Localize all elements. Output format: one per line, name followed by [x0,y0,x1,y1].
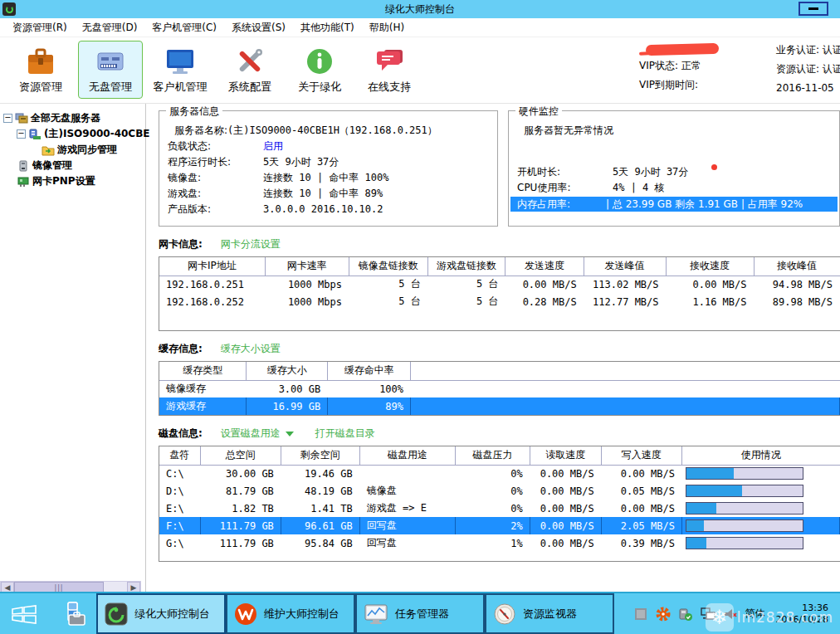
table-row[interactable]: 192.168.0.2521000 Mbps5 台5 台0.28 MB/S112… [159,293,840,310]
table-cell: 112.77 MB/S [584,293,666,310]
tree-item-image-manage[interactable]: 镜像管理 [3,158,144,173]
server-node-icon [28,129,42,140]
usage-bar [681,482,839,500]
table-cell: 111.79 GB [200,534,281,552]
column-header[interactable]: 接收峰值 [754,257,840,276]
minimize-button[interactable] [798,2,828,16]
menu-item-other[interactable]: 其他功能(T) [293,18,362,37]
table-row[interactable]: F:\111.79 GB96.61 GB回写盘2%0.00 MB/S2.05 M… [159,517,840,534]
column-header[interactable]: 缓存命中率 [328,362,411,380]
vip-expiry-label: VIP到期时间: [639,76,719,95]
menu-item-client[interactable]: 客户机管理(C) [144,18,224,37]
tree-item-nic-pnp[interactable]: 网卡PNP设置 [3,173,144,189]
version-value: 3.0.0.0 2016.10.10.2 [263,202,383,217]
info-label: CPU使用率: [517,180,613,196]
usage-bar [681,465,839,482]
tool-button-support[interactable]: 在线支持 [357,41,422,99]
menu-item-help[interactable]: 帮助(H) [362,18,412,37]
table-row[interactable]: G:\111.79 GB95.84 GB回写盘1%0.00 MB/S0.39 M… [159,534,840,552]
set-disk-usage-dropdown[interactable]: 设置磁盘用途 [221,427,294,441]
monitor-icon [163,45,198,78]
gear-tray-icon[interactable] [656,607,671,622]
hidden-icons-button[interactable] [633,607,648,622]
column-header[interactable]: 接收速度 [666,257,754,276]
table-cell: 0.05 MB/S [601,482,681,500]
info-icon [302,45,337,78]
volume-tray-icon[interactable] [723,607,738,622]
nic-split-settings-link[interactable]: 网卡分流设置 [221,237,281,251]
column-header[interactable]: 写入速度 [601,446,681,465]
menu-item-resource[interactable]: 资源管理(R) [5,18,75,37]
table-row[interactable]: 镜像缓存3.00 GB100% [159,380,840,397]
taskbar: 绿化大师控制台 维护大师控制台 任务管理器 资源监视器 简体 13:36 201… [0,592,840,634]
table-cell: 2.05 MB/S [601,517,681,534]
table-row[interactable]: E:\1.82 TB1.41 TB游戏盘 => E0%0.00 MB/S0.00… [159,500,840,517]
collapse-icon[interactable]: − [17,129,26,139]
taskbar-app-task-manager[interactable]: 任务管理器 [355,593,485,634]
usb-device-tray-icon[interactable] [678,607,693,622]
table-row[interactable]: C:\30.00 GB19.46 GB0%0.00 MB/S0.00 MB/S [159,465,840,482]
image-disk-icon [17,160,30,172]
tree-item-label: 全部无盘服务器 [31,111,100,125]
main-content: 服务器信息 服务器名称:(主)ISO9000-40CBE1H（192.168.0… [146,104,840,594]
column-header[interactable]: 网卡速率 [265,257,349,276]
load-status-link[interactable]: 启用 [263,139,283,154]
tool-button-client[interactable]: 客户机管理 [148,41,212,99]
table-cell: 3.00 GB [247,380,328,397]
column-header[interactable]: 发送速度 [505,257,584,276]
table-cell: 5 台 [349,276,427,293]
column-header[interactable]: 镜像盘链接数 [349,257,427,276]
tree-item-all-servers[interactable]: − 全部无盘服务器 [3,110,144,126]
column-header[interactable] [411,362,840,380]
tool-button-resource[interactable]: 资源管理 [8,41,73,99]
nic-section-label: 网卡信息: [159,237,203,251]
tool-button-about[interactable]: 关于绿化 [287,41,352,99]
table-cell: 96.61 GB [281,517,359,534]
table-cell: C:\ [159,465,200,482]
start-button[interactable] [0,593,48,634]
taskbar-app-green-master[interactable]: 绿化大师控制台 [96,593,226,634]
license-panel: VIP状态: 正常 VIP到期时间: 业务认证: 认证 资源认证: 认证 201… [624,41,840,100]
column-header[interactable]: 发送峰值 [584,257,666,276]
open-disk-directory-link[interactable]: 打开磁盘目录 [315,427,375,441]
column-header[interactable]: 磁盘压力 [456,446,530,465]
table-cell: 1.41 TB [281,500,359,517]
taskbar-app-resource-monitor[interactable]: 资源监视器 [485,593,614,634]
menu-item-diskless[interactable]: 无盘管理(D) [75,18,145,37]
table-cell: 0.00 MB/S [530,517,601,534]
tool-label: 在线支持 [368,80,411,95]
menu-item-system[interactable]: 系统设置(S) [224,18,293,37]
column-header[interactable]: 总空间 [200,446,281,465]
tool-button-diskless[interactable]: 无盘管理 [78,41,143,99]
column-header[interactable]: 网卡IP地址 [159,257,265,276]
language-indicator[interactable]: 简体 [745,607,765,621]
server-icon [93,45,128,78]
file-explorer-button[interactable] [48,593,96,634]
memory-usage-row[interactable]: 内存占用率:| 总 23.99 GB 剩余 1.91 GB | 占用率 92% [510,197,838,212]
alert-dot-icon [711,164,717,170]
column-header[interactable]: 磁盘用途 [359,446,455,465]
clock[interactable]: 13:36 2016/10/28 [773,602,837,626]
network-tray-icon[interactable] [701,607,715,622]
tool-label: 资源管理 [19,80,62,95]
tree-item-game-sync[interactable]: 游戏同步管理 [3,142,144,158]
table-row[interactable]: D:\81.79 GB48.19 GB镜像盘0%0.00 MB/S0.05 MB… [159,482,840,500]
tree-item-label: 镜像管理 [32,158,72,173]
tree-item-main-server[interactable]: − (主)ISO9000-40CBE [3,126,144,142]
table-row[interactable]: 游戏缓存16.99 GB89% [159,397,840,415]
taskbar-app-maintain-master[interactable]: 维护大师控制台 [226,593,355,634]
info-label: 镜像盘: [168,170,263,186]
column-header[interactable]: 缓存类型 [159,362,247,380]
column-header[interactable]: 盘符 [159,446,200,465]
column-header[interactable]: 游戏盘链接数 [427,257,505,276]
cache-size-settings-link[interactable]: 缓存大小设置 [221,342,281,356]
table-row[interactable]: 192.168.0.2511000 Mbps5 台5 台0.00 MB/S113… [159,276,840,293]
column-header[interactable]: 使用情况 [681,446,839,465]
collapse-icon[interactable]: − [3,114,12,123]
column-header[interactable]: 剩余空间 [281,446,359,465]
table-cell: 游戏盘 => E [359,500,455,517]
maintain-master-icon [234,602,257,626]
tool-button-config[interactable]: 系统配置 [217,41,282,99]
column-header[interactable]: 读取速度 [530,446,601,465]
column-header[interactable]: 缓存大小 [247,362,328,380]
